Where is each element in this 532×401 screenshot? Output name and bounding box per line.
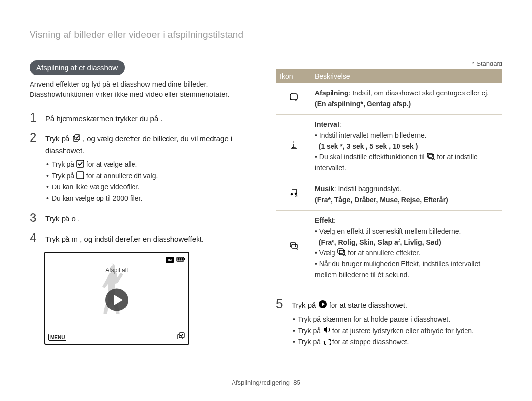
- options-table: Ikon Beskrivelse Afspilning: Indstil, om…: [276, 69, 502, 285]
- row-effect-desc: Effekt: • Vælg en effekt til sceneskift …: [311, 211, 502, 285]
- r2-b: (1 sek *, 3 sek , 5 sek , 10 sek ): [319, 142, 418, 150]
- step-5: 5 Tryk på for at starte diasshowet. Tryk…: [276, 297, 502, 348]
- sub-a-post: for at vælge alle.: [86, 160, 137, 168]
- sub-b-post: for at annullere dit valg.: [86, 172, 158, 180]
- section-heading: Afspilning af et diasshow: [30, 60, 125, 75]
- play-circle-icon: [318, 300, 327, 308]
- steps-list: 1 På hjemmeskærmen trykker du på . 2 Try…: [30, 111, 256, 345]
- r1-text: : Indstil, om diasshowet skal gentages e…: [348, 89, 489, 97]
- row-playback-desc: Afspilning: Indstil, om diasshowet skal …: [311, 83, 502, 115]
- intro-line-1: Anvend effekter og lyd på et diasshow me…: [30, 80, 208, 88]
- r3-text: : Indstil baggrundslyd.: [334, 185, 401, 193]
- sub-a-pre: Tryk på: [52, 160, 76, 168]
- step-body: Tryk på , og vælg derefter de billeder, …: [45, 131, 256, 204]
- step-num: 4: [30, 231, 40, 245]
- left-column: Afspilning af et diasshow Anvend effekte…: [30, 60, 256, 355]
- sub-c: Du kan ikke vælge videofiler.: [46, 182, 256, 193]
- s5-sub-b: Tryk på for at justere lydstyrken eller …: [293, 325, 502, 337]
- thumb-select-icon[interactable]: [176, 331, 185, 341]
- s5-sublist: Tryk på skærmen for at holde pause i dia…: [293, 314, 502, 348]
- r2-c-pre: Du skal indstille effektfunktionen til: [319, 153, 427, 161]
- step-body: På hjemmeskærmen trykker du på .: [45, 111, 256, 124]
- step-body: Tryk på m , og indstil derefter en diass…: [45, 231, 256, 245]
- sub-d-text: Du kan vælge op til 2000 filer.: [52, 193, 142, 204]
- intro-line-2: Diasshowfunktionen virker ikke med video…: [30, 91, 229, 98]
- r3-title: Musik: [315, 185, 334, 193]
- step-1: 1 På hjemmeskærmen trykker du på .: [30, 111, 256, 124]
- step-num: 1: [30, 111, 40, 124]
- th-icon: Ikon: [276, 69, 311, 83]
- standard-note: * Standard: [276, 60, 502, 67]
- s5-sub-b-pre: Tryk på: [298, 327, 323, 335]
- r4-a: Vælg en effekt til sceneskift mellem bil…: [319, 227, 461, 235]
- step-3: 3 Tryk på o .: [30, 211, 256, 224]
- th-desc: Beskrivelse: [311, 69, 502, 83]
- step2-sublist: Tryk på for at vælge alle. Tryk på for a…: [46, 159, 256, 204]
- play-button[interactable]: [105, 288, 129, 313]
- sub-a: Tryk på for at vælge alle.: [46, 159, 256, 170]
- r2-a: Indstil intervallet mellem billederne.: [319, 131, 427, 139]
- table-head-row: Ikon Beskrivelse: [276, 69, 502, 83]
- music-icon: [276, 179, 311, 210]
- step-2: 2 Tryk på , og vælg derefter de billeder…: [30, 131, 256, 204]
- breadcrumb: Visning af billeder eller videoer i afsp…: [30, 30, 502, 40]
- r4-c-pre: Vælg: [319, 249, 337, 257]
- row-playback: Afspilning: Indstil, om diasshowet skal …: [276, 83, 502, 115]
- check-all-icon: [76, 160, 84, 168]
- r2-title: Interval: [315, 121, 339, 128]
- page-footer: Afspilning/redigering 85: [0, 379, 532, 386]
- steps-right: 5 Tryk på for at starte diasshowet. Tryk…: [276, 297, 502, 348]
- sub-c-text: Du kan ikke vælge videofiler.: [52, 182, 139, 193]
- row-effect: Effekt: • Vælg en effekt til sceneskift …: [276, 211, 502, 285]
- row-music: Musik: Indstil baggrundslyd. (Fra*, Tåge…: [276, 179, 502, 210]
- footer-section: Afspilning/redigering: [232, 379, 290, 386]
- s5-sub-a-text: Tryk på skærmen for at holde pause i dia…: [298, 314, 450, 325]
- effect-off-inline-icon: [337, 247, 346, 256]
- battery-icon: [176, 256, 185, 264]
- preview-status-icons: [166, 256, 185, 264]
- s5-a: Tryk på: [292, 301, 318, 309]
- footer-page: 85: [293, 379, 300, 386]
- speaker-icon: [323, 325, 331, 334]
- r4-c-post: for at annullere effekter.: [348, 249, 420, 257]
- effect-off-icon: [426, 152, 435, 160]
- row-music-desc: Musik: Indstil baggrundslyd. (Fra*, Tåge…: [311, 179, 502, 210]
- effect-icon: [276, 211, 311, 285]
- step-body: Tryk på for at starte diasshowet. Tryk p…: [292, 297, 502, 348]
- step-num: 3: [30, 211, 40, 224]
- s5-sub-b-post: for at justere lydstyrken eller afbryde …: [332, 327, 474, 335]
- step-num: 5: [276, 297, 287, 348]
- row-interval-desc: Interval: • Indstil intervallet mellem b…: [311, 115, 502, 179]
- page: Visning af billeder eller videoer i afsp…: [0, 0, 532, 401]
- s5-sub-c: Tryk på for at stoppe diasshowet.: [293, 337, 502, 348]
- preview-caption: Afspil alt: [105, 267, 128, 274]
- back-icon: [323, 338, 331, 345]
- r4-b: (Fra*, Rolig, Skin, Slap af, Livlig, Sød…: [319, 238, 441, 246]
- step-body: Tryk på o .: [45, 211, 256, 224]
- check-stack-icon: [72, 133, 81, 142]
- step2-text-a: Tryk på: [45, 134, 72, 143]
- repeat-icon: [276, 83, 311, 115]
- r4-d: Når du bruger muligheden Effekt, indstil…: [315, 260, 480, 278]
- r1-title: Afspilning: [315, 89, 348, 97]
- sub-b-pre: Tryk på: [52, 172, 76, 180]
- camera-preview: Afspil alt MENU: [44, 252, 189, 345]
- step-num: 2: [30, 131, 40, 204]
- intro-text: Anvend effekter og lyd på et diasshow me…: [30, 79, 256, 100]
- s5-sub-a: Tryk på skærmen for at holde pause i dia…: [293, 314, 502, 325]
- sub-d: Du kan vælge op til 2000 filer.: [46, 193, 256, 204]
- r1-options: (En afspilning*, Gentag afsp.): [315, 100, 411, 108]
- r4-title: Effekt: [315, 216, 334, 224]
- s5-b: for at starte diasshowet.: [329, 301, 407, 309]
- menu-button[interactable]: MENU: [48, 334, 66, 341]
- uncheck-icon: [76, 171, 84, 179]
- in-badge-icon: [166, 256, 174, 264]
- row-interval: Interval: • Indstil intervallet mellem b…: [276, 115, 502, 179]
- r3-options: (Fra*, Tåge, Dråber, Muse, Rejse, Efterå…: [315, 196, 448, 204]
- sub-b: Tryk på for at annullere dit valg.: [46, 170, 256, 182]
- content-columns: Afspilning af et diasshow Anvend effekte…: [30, 60, 502, 355]
- s5-sub-c-pre: Tryk på: [298, 338, 323, 346]
- right-column: * Standard Ikon Beskrivelse Afspilning: …: [276, 60, 502, 355]
- s5-sub-c-post: for at stoppe diasshowet.: [332, 338, 409, 346]
- step-4: 4 Tryk på m , og indstil derefter en dia…: [30, 231, 256, 245]
